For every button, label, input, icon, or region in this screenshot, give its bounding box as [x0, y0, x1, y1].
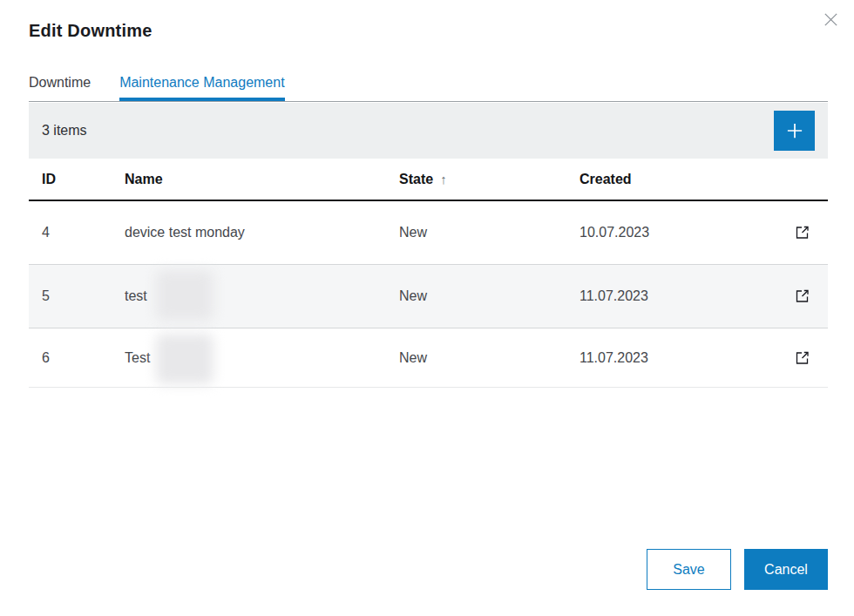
- cell-id: 4: [42, 225, 125, 240]
- close-button[interactable]: [820, 9, 841, 30]
- open-in-new-window-icon: [794, 350, 810, 366]
- cell-actions: [776, 225, 828, 240]
- cell-state: New: [399, 225, 580, 240]
- table-row: 5 test New 11.07.2023: [29, 265, 828, 328]
- tab-bar: Downtime Maintenance Management: [29, 75, 828, 102]
- cell-created: 11.07.2023: [580, 288, 776, 304]
- table-header-row: ID Name State ↑ Created: [29, 159, 828, 201]
- open-external-button[interactable]: [794, 288, 810, 304]
- open-external-button[interactable]: [794, 225, 810, 240]
- sort-ascending-icon: ↑: [440, 172, 447, 186]
- cell-state: New: [399, 288, 580, 304]
- cell-id: 6: [42, 350, 125, 366]
- cell-name-text: device test monday: [125, 225, 245, 240]
- save-button[interactable]: Save: [647, 549, 731, 590]
- cell-actions: [776, 288, 828, 304]
- redacted-name-blur: [156, 334, 214, 384]
- open-external-button[interactable]: [794, 350, 810, 366]
- page-title: Edit Downtime: [29, 21, 152, 41]
- cell-state: New: [399, 350, 580, 366]
- maintenance-table: ID Name State ↑ Created 4 device test mo…: [29, 159, 828, 388]
- table-row: 4 device test monday New 10.07.2023: [29, 201, 828, 265]
- cell-name: device test monday: [125, 201, 399, 264]
- column-header-state-label: State: [399, 172, 433, 187]
- column-header-state[interactable]: State ↑: [399, 172, 580, 187]
- cell-actions: [776, 350, 828, 366]
- add-item-button[interactable]: [774, 111, 815, 151]
- cell-name-text: Test: [125, 350, 150, 366]
- cancel-button[interactable]: Cancel: [744, 549, 828, 590]
- table-toolbar: 3 items: [29, 103, 828, 159]
- cell-created: 11.07.2023: [580, 350, 776, 366]
- column-header-created[interactable]: Created: [580, 172, 776, 187]
- cell-created: 10.07.2023: [580, 225, 776, 240]
- column-header-id[interactable]: ID: [42, 172, 125, 187]
- cell-id: 5: [42, 288, 125, 304]
- cell-name: test: [125, 265, 399, 328]
- close-icon: [823, 11, 839, 28]
- open-in-new-window-icon: [794, 288, 810, 304]
- tab-maintenance-management[interactable]: Maintenance Management: [119, 75, 284, 101]
- tab-downtime[interactable]: Downtime: [29, 75, 91, 101]
- cell-name-text: test: [125, 288, 147, 304]
- items-count: 3 items: [42, 123, 87, 139]
- table-row: 6 Test New 11.07.2023: [29, 328, 828, 388]
- edit-downtime-dialog: Edit Downtime Downtime Maintenance Manag…: [0, 0, 854, 616]
- cell-name: Test: [125, 328, 399, 387]
- redacted-name-blur: [156, 270, 214, 321]
- open-in-new-window-icon: [794, 225, 810, 240]
- plus-icon: [783, 119, 806, 142]
- column-header-name[interactable]: Name: [125, 172, 399, 187]
